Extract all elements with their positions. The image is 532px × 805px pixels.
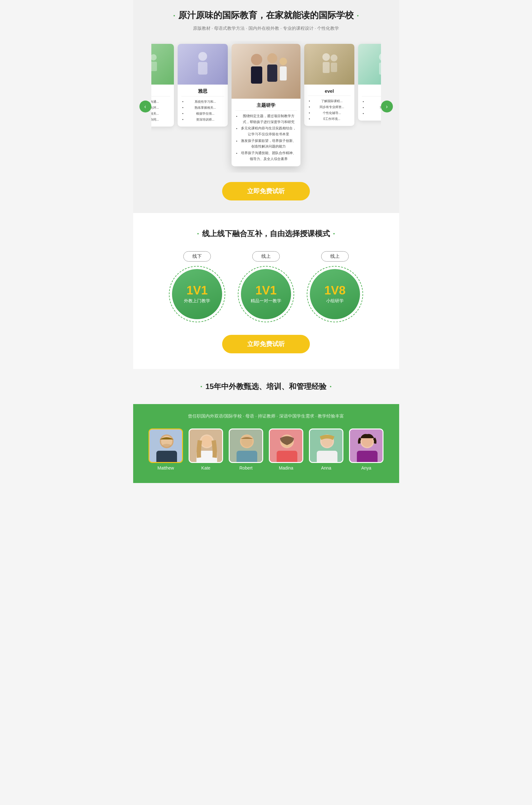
card-shang-title: 商 (151, 88, 170, 96)
mode-sub-1: 外教上门教学 (184, 298, 210, 304)
card-level-title: evel (308, 88, 350, 96)
mode-circle-3: 1V8 小组研学 (310, 269, 360, 319)
svg-rect-13 (323, 62, 329, 73)
teachers-green: 曾任职国内外双语/国际学校 · 母语 · 持证教师 · 深谙中国学生需求 · 教… (133, 404, 399, 483)
mode-title: 线上线下融合互补，自由选择授课模式 (139, 229, 393, 239)
card-yasi-photo (178, 44, 228, 84)
svg-rect-5 (198, 62, 207, 75)
card-zhuti-list: 围绕特定主题，通过项目制教学方式，帮助孩子进行深度学习和研究 多元化课程内容与生… (235, 113, 297, 162)
mode-circle-outer-1: 1V1 外教上门教学 (169, 266, 225, 322)
card-zhuti-title: 主题研学 (235, 102, 297, 111)
card-zhuti-photo (231, 44, 301, 99)
mode-sub-3: 小组研学 (326, 298, 344, 304)
mode-cards: 线下 1V1 外教上门教学 线上 1V1 精品一对一教学 线上 1V8 (139, 251, 393, 322)
teacher-matthew-name: Matthew (157, 465, 174, 471)
card-level-body: evel 了解国际课程... 同步有专业师资... 个性化辅导... 0工作环境… (304, 84, 354, 126)
teacher-anya-name: Anya (361, 465, 371, 471)
card-level-photo (304, 44, 354, 84)
mode-num-1: 1V1 (186, 284, 208, 296)
svg-point-14 (330, 55, 338, 61)
mode-num-3: 1V8 (324, 284, 346, 296)
card-level-list: 了解国际课程... 同步有专业师资... 个性化辅导... 0工作环境... (308, 98, 350, 121)
svg-rect-20 (156, 451, 177, 463)
svg-point-26 (201, 436, 212, 447)
svg-rect-29 (236, 451, 257, 463)
teachers-row: Matthew Kate (139, 428, 393, 471)
teacher-matthew-avatar[interactable] (149, 428, 183, 463)
svg-point-22 (162, 444, 171, 447)
mode-item-1v1-online: 线上 1V1 精品一对一教学 (238, 251, 294, 322)
mode-cta-button[interactable]: 立即免费试听 (222, 335, 310, 353)
carousel-next-button[interactable]: › (381, 100, 393, 112)
teacher-kate-name: Kate (202, 465, 211, 471)
card-shang-list: 商务沟通... 跨文化环... 英语相关... 全球协同... (151, 99, 170, 122)
hero-subtitle: 原版教材 · 母语式教学方法 · 国内外在校外教 · 专业的课程设计 · 个性化… (133, 26, 399, 31)
mode-circle-1: 1V1 外教上门教学 (172, 269, 222, 319)
teacher-anya: Anya (349, 428, 383, 471)
card-zhuti-body: 主题研学 围绕特定主题，通过项目制教学方式，帮助孩子进行深度学习和研究 多元化课… (231, 99, 301, 166)
card-yasi-body: 雅思 系统性学习和... 熟练掌握相关... 根据学生情... 资深培训师... (178, 84, 228, 127)
card-level: evel 了解国际课程... 同步有专业师资... 个性化辅导... 0工作环境… (304, 44, 354, 126)
mode-num-2: 1V1 (255, 284, 277, 296)
teachers-section: 15年中外教甄选、培训、和管理经验 曾任职国内外双语/国际学校 · 母语 · 持… (133, 369, 399, 483)
teacher-anna-name: Anna (321, 465, 331, 471)
svg-rect-15 (331, 63, 337, 72)
svg-rect-3 (151, 62, 157, 71)
mode-section: 线上线下融合互补，自由选择授课模式 线下 1V1 外教上门教学 线上 1V1 精… (133, 213, 399, 369)
teacher-madina: Madina (269, 428, 303, 471)
hero-cta-button[interactable]: 立即免费试听 (222, 182, 310, 200)
carousel: ‹ 商 商务沟通... 跨文化环... 英 (133, 41, 399, 173)
card-shang-body: 商 商务沟通... 跨文化环... 英语相关... 全球协同... (151, 84, 174, 127)
mode-item-1v8: 线上 1V8 小组研学 (307, 251, 363, 322)
mode-circle-outer-3: 1V8 小组研学 (307, 266, 363, 322)
card-shang-photo (151, 44, 174, 84)
svg-point-10 (280, 58, 287, 65)
teacher-robert-avatar[interactable] (229, 428, 263, 463)
mode-circle-2: 1V1 精品一对一教学 (241, 269, 291, 319)
carousel-cards: 商 商务沟通... 跨文化环... 英语相关... 全球协同... (151, 41, 381, 173)
svg-rect-37 (317, 451, 338, 463)
teachers-subtitle: 曾任职国内外双语/国际学校 · 母语 · 持证教师 · 深谙中国学生需求 · 教… (139, 414, 393, 419)
mode-sub-2: 精品一对一教学 (251, 298, 281, 304)
teacher-madina-name: Madina (279, 465, 293, 471)
hero-section: 原汁原味的国际教育，在家就能读的国际学校 原版教材 · 母语式教学方法 · 国内… (133, 0, 399, 213)
card-wu-photo (358, 44, 381, 84)
teacher-anna: Anna (309, 428, 343, 471)
svg-rect-17 (379, 63, 381, 75)
svg-point-12 (322, 53, 330, 61)
svg-point-6 (251, 54, 262, 65)
card-wu: 吾 流... 常对话... 深度... (358, 44, 381, 120)
mode-tag-online-1: 线上 (252, 251, 280, 262)
teacher-robert-name: Robert (240, 465, 252, 471)
svg-rect-9 (267, 64, 277, 82)
carousel-prev-button[interactable]: ‹ (139, 100, 151, 112)
teachers-title: 15年中外教甄选、培训、和管理经验 (139, 382, 393, 391)
teacher-madina-avatar[interactable] (269, 428, 303, 463)
svg-point-8 (267, 53, 277, 63)
svg-point-2 (151, 54, 157, 60)
card-shang: 商 商务沟通... 跨文化环... 英语相关... 全球协同... (151, 44, 174, 127)
teachers-top: 15年中外教甄选、培训、和管理经验 (133, 369, 399, 391)
card-yasi-title: 雅思 (182, 88, 224, 96)
svg-point-4 (198, 52, 207, 61)
teacher-robert: Robert (229, 428, 263, 471)
card-yasi-list: 系统性学习和... 熟练掌握相关... 根据学生情... 资深培训师... (182, 99, 224, 122)
teacher-kate: Kate (189, 428, 223, 471)
card-zhuti: 主题研学 围绕特定主题，通过项目制教学方式，帮助孩子进行深度学习和研究 多元化课… (231, 44, 301, 166)
teacher-anna-avatar[interactable] (309, 428, 343, 463)
svg-rect-41 (357, 451, 378, 463)
card-yasi: 雅思 系统性学习和... 熟练掌握相关... 根据学生情... 资深培训师... (178, 44, 228, 127)
svg-rect-11 (280, 66, 287, 80)
mode-circle-outer-2: 1V1 精品一对一教学 (238, 266, 294, 322)
mode-tag-offline: 线下 (183, 251, 211, 262)
svg-point-16 (379, 53, 381, 61)
card-wu-title: 吾 (362, 88, 381, 96)
svg-rect-7 (251, 66, 262, 84)
mode-tag-online-2: 线上 (321, 251, 349, 262)
teacher-kate-avatar[interactable] (189, 428, 223, 463)
card-wu-list: 流... 常对话... 深度... (362, 99, 381, 116)
teacher-matthew: Matthew (149, 428, 183, 471)
hero-title: 原汁原味的国际教育，在家就能读的国际学校 (133, 9, 399, 21)
svg-rect-33 (277, 451, 297, 463)
teacher-anya-avatar[interactable] (349, 428, 383, 463)
